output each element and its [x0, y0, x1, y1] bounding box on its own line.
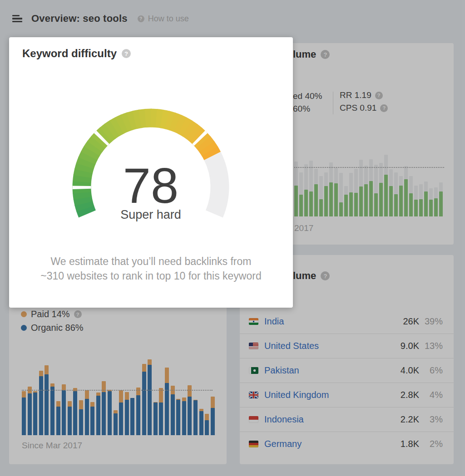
- kd-description-line2: ~310 websites to rank in top 10 for this…: [9, 269, 293, 283]
- kd-difficulty-label: Super hard: [69, 208, 232, 222]
- kd-description: We estimate that you’ll need backlinks f…: [9, 254, 293, 283]
- kd-gauge: 78 Super hard: [69, 105, 232, 224]
- kd-description-line1: We estimate that you’ll need backlinks f…: [9, 254, 293, 269]
- keyword-difficulty-card: Keyword difficulty ? 78 Super hard We es…: [9, 37, 293, 308]
- kd-score: 78: [69, 161, 232, 211]
- kd-card-title: Keyword difficulty: [22, 47, 117, 60]
- help-icon[interactable]: ?: [122, 49, 131, 58]
